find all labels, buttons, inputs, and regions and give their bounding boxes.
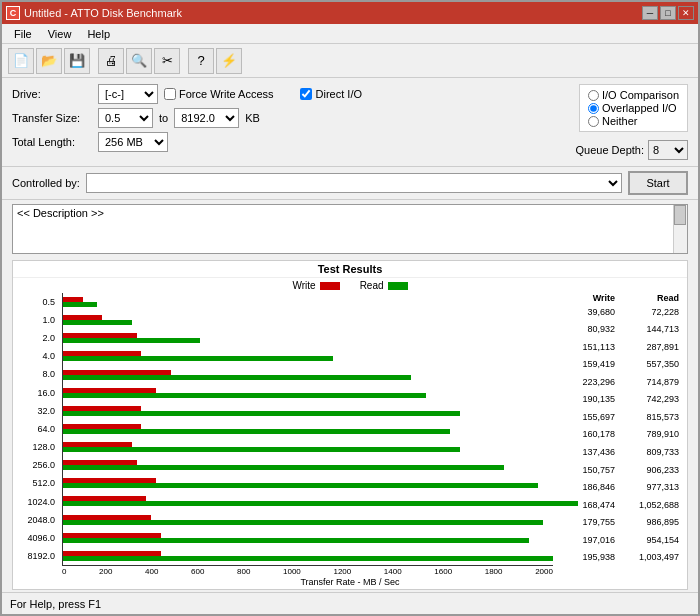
read-legend-bar: [388, 282, 408, 290]
menu-help[interactable]: Help: [79, 26, 118, 42]
read-val-3: 557,350: [619, 359, 679, 369]
value-row-2: 151,113287,891: [553, 342, 683, 352]
value-row-7: 160,178789,910: [553, 429, 683, 439]
write-val-8: 137,436: [555, 447, 615, 457]
bar-row-6: [63, 405, 553, 417]
write-val-6: 155,697: [555, 412, 615, 422]
x-label-10: 2000: [535, 567, 553, 576]
transfer-row: Transfer Size: 0.5 to 8192.0 KB: [12, 108, 518, 128]
x-label-8: 1600: [434, 567, 452, 576]
y-label-5: 16.0: [17, 387, 58, 400]
total-length-select[interactable]: 256 MB: [98, 132, 168, 152]
bar-row-13: [63, 532, 553, 544]
maximize-button[interactable]: □: [660, 6, 676, 20]
about-button[interactable]: ⚡: [216, 48, 242, 74]
write-legend: Write: [292, 280, 339, 291]
read-val-14: 1,003,497: [619, 552, 679, 562]
read-bar-12: [63, 520, 543, 525]
neither-radio[interactable]: [588, 116, 599, 127]
y-label-6: 32.0: [17, 405, 58, 418]
minimize-button[interactable]: ─: [642, 6, 658, 20]
y-label-0: 0.5: [17, 296, 58, 309]
x-label-1: 200: [99, 567, 112, 576]
write-val-12: 179,755: [555, 517, 615, 527]
bar-row-0: [63, 296, 553, 308]
cut-button[interactable]: ✂: [154, 48, 180, 74]
description-scrollbar[interactable]: [673, 205, 687, 253]
menu-file[interactable]: File: [6, 26, 40, 42]
write-legend-bar: [320, 282, 340, 290]
transfer-label: Transfer Size:: [12, 112, 92, 124]
read-bar-3: [63, 356, 333, 361]
print-button[interactable]: 🖨: [98, 48, 124, 74]
y-label-12: 2048.0: [17, 514, 58, 527]
title-controls: ─ □ ✕: [642, 6, 694, 20]
write-val-9: 150,757: [555, 465, 615, 475]
close-button[interactable]: ✕: [678, 6, 694, 20]
controlled-by-row: Controlled by: Start: [2, 167, 698, 200]
x-label-7: 1400: [384, 567, 402, 576]
read-val-9: 906,233: [619, 465, 679, 475]
y-label-10: 512.0: [17, 477, 58, 490]
read-val-13: 954,154: [619, 535, 679, 545]
bar-row-10: [63, 477, 553, 489]
y-label-9: 256.0: [17, 459, 58, 472]
y-label-2: 2.0: [17, 332, 58, 345]
write-legend-label: Write: [292, 280, 315, 291]
save-button[interactable]: 💾: [64, 48, 90, 74]
io-comparison-radio[interactable]: [588, 90, 599, 101]
force-write-checkbox[interactable]: [164, 88, 176, 100]
read-legend: Read: [360, 280, 408, 291]
overlapped-io-radio[interactable]: [588, 103, 599, 114]
read-bar-7: [63, 429, 450, 434]
drive-select[interactable]: [-c-]: [98, 84, 158, 104]
menu-bar: File View Help: [2, 24, 698, 44]
title-bar: C Untitled - ATTO Disk Benchmark ─ □ ✕: [2, 2, 698, 24]
print-preview-button[interactable]: 🔍: [126, 48, 152, 74]
x-label-4: 800: [237, 567, 250, 576]
write-val-7: 160,178: [555, 429, 615, 439]
results-section: Test Results Write Read 0.51.02.04.08.01…: [12, 260, 688, 590]
queue-depth-select[interactable]: 8: [648, 140, 688, 160]
direct-io-checkbox[interactable]: [300, 88, 312, 100]
y-label-7: 64.0: [17, 423, 58, 436]
menu-view[interactable]: View: [40, 26, 80, 42]
start-button[interactable]: Start: [628, 171, 688, 195]
read-bar-1: [63, 320, 132, 325]
io-comparison-option[interactable]: I/O Comparison: [588, 89, 679, 101]
write-val-0: 39,680: [555, 307, 615, 317]
description-box: << Description >>: [12, 204, 688, 254]
scrollbar-thumb: [674, 205, 686, 225]
transfer-from-select[interactable]: 0.5: [98, 108, 153, 128]
value-row-5: 190,135742,293: [553, 394, 683, 404]
queue-depth-label: Queue Depth:: [576, 144, 645, 156]
value-row-8: 137,436809,733: [553, 447, 683, 457]
toolbar: 📄 📂 💾 🖨 🔍 ✂ ? ⚡: [2, 44, 698, 78]
new-button[interactable]: 📄: [8, 48, 34, 74]
neither-option[interactable]: Neither: [588, 115, 679, 127]
open-button[interactable]: 📂: [36, 48, 62, 74]
bar-row-8: [63, 441, 553, 453]
bar-row-3: [63, 350, 553, 362]
read-val-5: 742,293: [619, 394, 679, 404]
y-label-3: 4.0: [17, 350, 58, 363]
read-header: Read: [619, 293, 679, 303]
overlapped-io-option[interactable]: Overlapped I/O: [588, 102, 679, 114]
write-val-2: 151,113: [555, 342, 615, 352]
value-headers: Write Read: [553, 293, 683, 303]
write-val-1: 80,932: [555, 324, 615, 334]
x-label-0: 0: [62, 567, 66, 576]
controlled-by-select[interactable]: [86, 173, 622, 193]
help-button[interactable]: ?: [188, 48, 214, 74]
value-row-14: 195,9381,003,497: [553, 552, 683, 562]
bar-row-11: [63, 495, 553, 507]
value-row-13: 197,016954,154: [553, 535, 683, 545]
read-val-11: 1,052,688: [619, 500, 679, 510]
value-row-6: 155,697815,573: [553, 412, 683, 422]
transfer-to-select[interactable]: 8192.0: [174, 108, 239, 128]
value-row-0: 39,68072,228: [553, 307, 683, 317]
value-row-9: 150,757906,233: [553, 465, 683, 475]
read-bar-5: [63, 393, 426, 398]
x-label-6: 1200: [333, 567, 351, 576]
write-header: Write: [555, 293, 615, 303]
